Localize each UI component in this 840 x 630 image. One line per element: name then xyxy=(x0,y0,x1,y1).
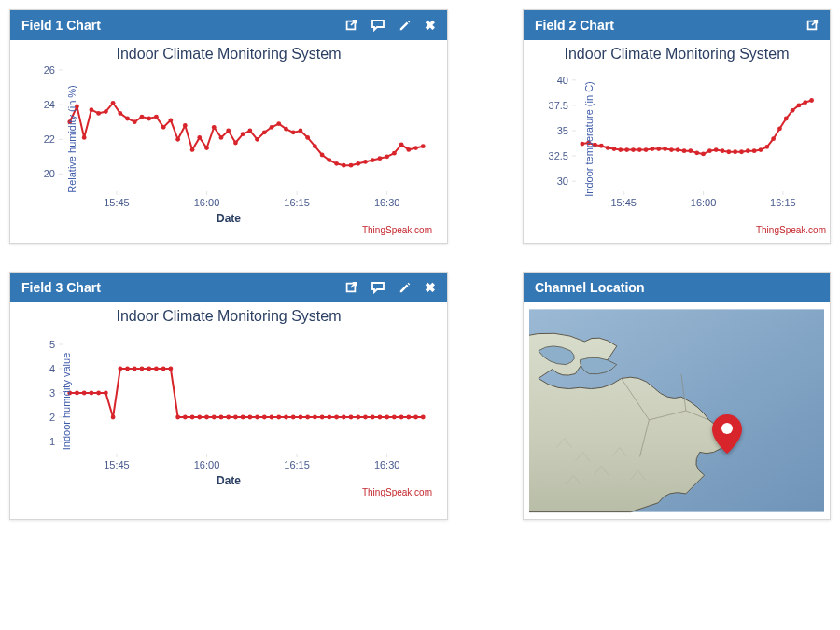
svg-point-34 xyxy=(197,135,202,140)
svg-point-32 xyxy=(183,123,188,128)
attribution-link[interactable]: ThingSpeak.com xyxy=(20,487,438,501)
comment-icon[interactable] xyxy=(371,19,385,32)
svg-point-178 xyxy=(363,415,368,420)
chart-plot: 2022242615:4516:0016:1516:30 xyxy=(20,64,438,214)
svg-point-36 xyxy=(212,125,217,130)
attribution-link[interactable]: ThingSpeak.com xyxy=(533,225,826,239)
svg-point-140 xyxy=(90,391,94,396)
panel-location: Channel Location xyxy=(523,272,831,520)
svg-point-56 xyxy=(356,161,360,166)
svg-point-180 xyxy=(378,415,383,420)
svg-point-167 xyxy=(284,415,288,420)
svg-point-50 xyxy=(313,144,317,148)
svg-text:15:45: 15:45 xyxy=(104,197,130,208)
svg-point-155 xyxy=(197,415,202,420)
svg-point-98 xyxy=(682,148,687,153)
chart-title: Indoor Climate Monitoring System xyxy=(20,46,438,63)
svg-point-165 xyxy=(270,415,274,420)
close-icon[interactable]: ✖ xyxy=(425,281,436,294)
svg-point-31 xyxy=(175,137,180,142)
chart-title: Indoor Climate Monitoring System xyxy=(533,46,820,63)
svg-text:22: 22 xyxy=(44,133,55,145)
svg-point-101 xyxy=(701,152,706,157)
svg-point-91 xyxy=(637,147,642,152)
chart-plot: 3032.53537.54015:4516:0016:15 xyxy=(533,64,822,214)
close-icon[interactable]: ✖ xyxy=(425,19,436,32)
panel-header-location: Channel Location xyxy=(524,273,830,302)
svg-point-28 xyxy=(154,115,159,119)
svg-text:20: 20 xyxy=(44,168,55,179)
svg-point-143 xyxy=(111,415,116,420)
svg-point-151 xyxy=(168,367,173,371)
svg-text:16:30: 16:30 xyxy=(374,459,400,470)
popout-icon[interactable] xyxy=(805,19,819,32)
panel-title: Field 2 Chart xyxy=(535,18,614,33)
svg-point-103 xyxy=(714,147,719,152)
svg-point-161 xyxy=(241,415,245,420)
svg-point-185 xyxy=(413,415,418,420)
svg-point-153 xyxy=(183,415,188,420)
svg-point-144 xyxy=(118,367,122,371)
svg-point-138 xyxy=(75,391,79,396)
svg-point-163 xyxy=(255,415,259,420)
svg-point-152 xyxy=(175,415,180,420)
svg-point-147 xyxy=(140,367,145,371)
svg-text:24: 24 xyxy=(44,99,55,110)
svg-point-182 xyxy=(392,415,397,420)
panel-header-field1: Field 1 Chart ✖ xyxy=(10,10,447,40)
svg-point-46 xyxy=(284,127,288,132)
svg-point-57 xyxy=(363,160,368,164)
svg-point-55 xyxy=(349,163,354,168)
popout-icon[interactable] xyxy=(344,281,357,294)
edit-icon[interactable] xyxy=(399,281,412,294)
panel-header-icons: ✖ xyxy=(344,19,436,32)
svg-point-114 xyxy=(784,117,789,121)
svg-point-116 xyxy=(797,104,802,108)
x-axis-label: Date xyxy=(20,212,438,225)
map-illustration xyxy=(529,308,824,513)
svg-point-150 xyxy=(161,367,166,371)
comment-icon[interactable] xyxy=(371,281,385,294)
svg-text:35: 35 xyxy=(557,125,568,136)
svg-point-21 xyxy=(104,109,108,114)
y-axis-label: Indoor humidity value xyxy=(61,353,72,451)
svg-point-112 xyxy=(771,136,776,141)
panel-title: Field 3 Chart xyxy=(21,280,101,295)
svg-point-24 xyxy=(125,117,130,121)
svg-text:30: 30 xyxy=(557,175,568,187)
panel-body-field2: Indoor Climate Monitoring System Indoor … xyxy=(524,40,830,243)
svg-text:37.5: 37.5 xyxy=(549,100,568,111)
popout-icon[interactable] xyxy=(344,19,357,32)
map-canvas[interactable] xyxy=(529,308,824,513)
svg-point-141 xyxy=(96,391,101,396)
svg-point-22 xyxy=(111,101,116,105)
svg-point-118 xyxy=(809,98,814,103)
svg-point-48 xyxy=(299,129,303,133)
svg-point-95 xyxy=(663,147,667,151)
svg-point-108 xyxy=(746,148,750,153)
svg-point-145 xyxy=(125,367,130,371)
svg-text:26: 26 xyxy=(44,64,55,76)
svg-point-94 xyxy=(656,147,661,151)
svg-point-176 xyxy=(349,415,354,420)
svg-point-43 xyxy=(262,130,267,134)
svg-text:16:00: 16:00 xyxy=(691,197,717,208)
svg-point-139 xyxy=(82,391,87,396)
svg-point-111 xyxy=(764,145,769,149)
svg-point-30 xyxy=(168,118,173,122)
svg-text:5: 5 xyxy=(49,339,55,350)
chart-plot: 1234515:4516:0016:1516:30 xyxy=(20,327,438,476)
svg-point-166 xyxy=(276,415,281,420)
svg-point-62 xyxy=(399,142,404,147)
edit-icon[interactable] xyxy=(399,19,412,32)
svg-point-23 xyxy=(118,111,122,116)
svg-point-177 xyxy=(356,415,360,420)
svg-point-88 xyxy=(618,147,623,152)
svg-point-183 xyxy=(399,415,404,420)
svg-point-107 xyxy=(739,149,744,154)
svg-text:16:15: 16:15 xyxy=(770,197,796,208)
svg-point-115 xyxy=(791,108,795,113)
attribution-link[interactable]: ThingSpeak.com xyxy=(20,225,438,239)
svg-point-164 xyxy=(262,415,267,420)
panel-title: Channel Location xyxy=(535,280,644,295)
